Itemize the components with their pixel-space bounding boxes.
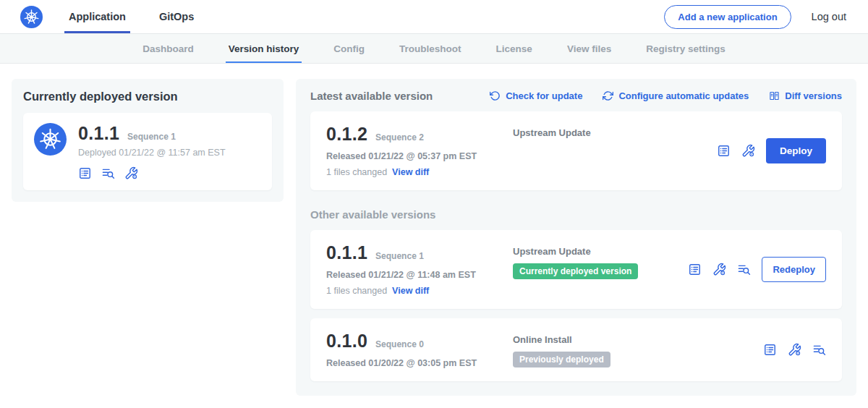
- diff-icon[interactable]: [737, 263, 751, 276]
- config-icon[interactable]: [712, 263, 726, 276]
- diff-icon[interactable]: [101, 166, 115, 180]
- version-number: 0.1.1: [326, 242, 367, 263]
- version-source: Online Install: [513, 334, 763, 345]
- configure-automatic-updates-label: Configure automatic updates: [618, 90, 749, 101]
- deployed-icon-row: [78, 166, 226, 180]
- subnav-config[interactable]: Config: [333, 34, 365, 63]
- add-application-button[interactable]: Add a new application: [664, 5, 791, 29]
- kubernetes-logo: [20, 6, 43, 28]
- release-notes-icon[interactable]: [78, 166, 92, 180]
- release-notes-icon[interactable]: [717, 144, 731, 158]
- version-history-panel: Latest available version Check for updat…: [296, 79, 856, 396]
- kubernetes-wheel-icon: [38, 127, 62, 151]
- release-notes-icon[interactable]: [688, 263, 702, 276]
- main-content: Currently deployed version 0.1.1 Sequenc…: [0, 64, 868, 408]
- check-for-update-link[interactable]: Check for update: [490, 90, 582, 101]
- version-source: Upstream Update: [513, 127, 717, 138]
- other-versions-title: Other available versions: [310, 208, 842, 221]
- files-changed-label: 1 files changed: [326, 286, 387, 296]
- deployed-panel-title: Currently deployed version: [23, 90, 272, 103]
- app-subnav: Dashboard Version history Config Trouble…: [0, 34, 868, 64]
- config-icon[interactable]: [124, 166, 138, 180]
- automatic-updates-icon: [603, 90, 613, 101]
- version-actions: Check for update Configure automatic upd…: [490, 90, 842, 101]
- version-sequence: Sequence 1: [375, 251, 424, 261]
- previously-deployed-badge: Previously deployed: [513, 352, 610, 367]
- diff-versions-icon: [769, 90, 780, 101]
- release-notes-icon[interactable]: [763, 343, 777, 357]
- tab-application[interactable]: Application: [69, 0, 126, 33]
- redeploy-button[interactable]: Redeploy: [762, 257, 826, 282]
- currently-deployed-panel: Currently deployed version 0.1.1 Sequenc…: [12, 79, 284, 202]
- subnav-license[interactable]: License: [496, 34, 532, 63]
- kubernetes-wheel-icon: [23, 9, 40, 25]
- latest-version-title: Latest available version: [310, 90, 433, 102]
- header-actions: Add a new application Log out: [664, 0, 846, 33]
- deployed-sequence: Sequence 1: [127, 132, 176, 142]
- check-update-icon: [490, 90, 501, 101]
- version-row-card-0-1-2: 0.1.2 Sequence 2 Released 01/21/22 @ 05:…: [310, 111, 842, 190]
- version-row-card-0-1-0: 0.1.0 Sequence 0 Released 01/20/22 @ 03:…: [310, 318, 842, 381]
- view-diff-link[interactable]: View diff: [392, 167, 429, 177]
- subnav-version-history[interactable]: Version history: [229, 34, 299, 63]
- config-icon[interactable]: [741, 144, 755, 158]
- app-header: Application GitOps Add a new application…: [0, 0, 868, 34]
- currently-deployed-badge: Currently deployed version: [513, 263, 638, 279]
- files-changed-label: 1 files changed: [326, 167, 387, 177]
- app-kubernetes-icon: [34, 123, 67, 156]
- deployed-version-number: 0.1.1: [78, 123, 119, 144]
- view-diff-link[interactable]: View diff: [392, 286, 429, 296]
- subnav-troubleshoot[interactable]: Troubleshoot: [399, 34, 461, 63]
- configure-automatic-updates-link[interactable]: Configure automatic updates: [603, 90, 749, 101]
- diff-versions-link[interactable]: Diff versions: [769, 90, 842, 101]
- check-for-update-label: Check for update: [506, 90, 582, 101]
- released-timestamp: Released 01/20/22 @ 03:05 pm EST: [326, 358, 513, 368]
- diff-versions-label: Diff versions: [785, 90, 842, 101]
- version-number: 0.1.0: [326, 331, 367, 352]
- logout-link[interactable]: Log out: [812, 11, 846, 22]
- config-icon[interactable]: [788, 343, 801, 357]
- version-row-card-0-1-1: 0.1.1 Sequence 1 Released 01/21/22 @ 11:…: [310, 230, 842, 309]
- released-timestamp: Released 01/21/22 @ 05:37 pm EST: [326, 151, 513, 161]
- released-timestamp: Released 01/21/22 @ 11:48 am EST: [326, 270, 513, 280]
- version-source: Upstream Update: [513, 246, 688, 257]
- deployed-timestamp: Deployed 01/21/22 @ 11:57 am EST: [78, 148, 226, 158]
- version-number: 0.1.2: [326, 124, 367, 145]
- subnav-dashboard[interactable]: Dashboard: [142, 34, 194, 63]
- deploy-button[interactable]: Deploy: [766, 138, 826, 163]
- version-sequence: Sequence 2: [375, 132, 424, 143]
- top-nav: Application GitOps: [69, 0, 194, 33]
- tab-gitops[interactable]: GitOps: [159, 0, 194, 33]
- diff-icon[interactable]: [812, 343, 826, 357]
- deployed-version-card: 0.1.1 Sequence 1 Deployed 01/21/22 @ 11:…: [23, 113, 272, 190]
- subnav-view-files[interactable]: View files: [567, 34, 611, 63]
- subnav-registry-settings[interactable]: Registry settings: [646, 34, 726, 63]
- version-sequence: Sequence 0: [375, 339, 424, 349]
